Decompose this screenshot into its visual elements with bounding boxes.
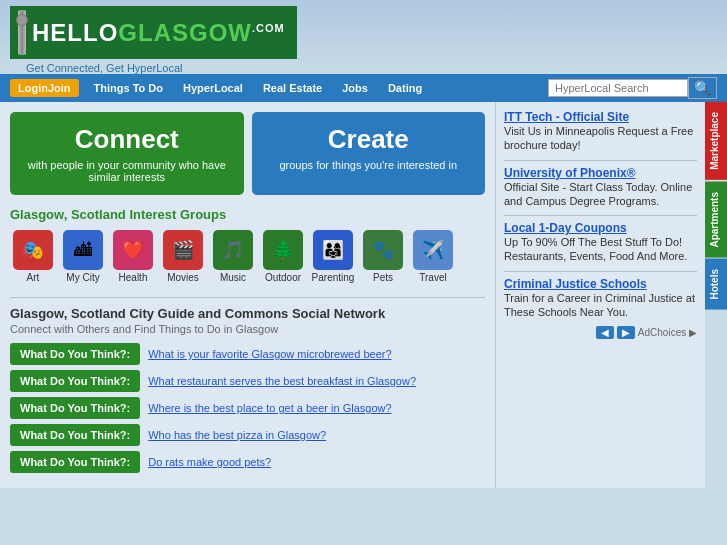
wdyt-label-4[interactable]: What Do You Think?: (10, 451, 140, 473)
logo-box[interactable]: HELLOGLASGOW.COM (10, 6, 297, 59)
create-subtitle: groups for things you're interested in (267, 159, 471, 171)
connect-create-section: Connect with people in your community wh… (10, 112, 485, 195)
search-button[interactable]: 🔍 (688, 77, 717, 99)
groups-row: 🎭 Art 🏙 My City ❤️ Health 🎬 Movies 🎵 Mus… (10, 230, 485, 283)
city-guide-title: Glasgow, Scotland City Guide and Commons… (10, 306, 485, 321)
nav-jobs[interactable]: Jobs (332, 74, 378, 102)
nav-bar: LoginJoin Things To Do HyperLocal Real E… (0, 74, 727, 102)
ad-1-text: Official Site - Start Class Today. Onlin… (504, 180, 697, 209)
group-movies[interactable]: 🎬 Movies (160, 230, 206, 283)
side-tab-apartments[interactable]: Apartments (705, 182, 727, 258)
ad-2: Local 1-Day Coupons Up To 90% Off The Be… (504, 221, 697, 264)
group-music[interactable]: 🎵 Music (210, 230, 256, 283)
ad-0: ITT Tech - Official Site Visit Us in Min… (504, 110, 697, 153)
wdyt-row-1: What Do You Think?: What restaurant serv… (10, 370, 485, 392)
connect-box[interactable]: Connect with people in your community wh… (10, 112, 244, 195)
side-tab-marketplace[interactable]: Marketplace (705, 102, 727, 180)
ad-2-text: Up To 90% Off The Best Stuff To Do! Rest… (504, 235, 697, 264)
tagline: Get Connected, Get HyperLocal (10, 62, 297, 74)
wdyt-label-2[interactable]: What Do You Think?: (10, 397, 140, 419)
wdyt-link-4[interactable]: Do rats make good pets? (148, 456, 271, 468)
city-guide-section: Glasgow, Scotland City Guide and Commons… (10, 297, 485, 473)
connect-title: Connect (25, 124, 229, 155)
side-tabs: Marketplace Apartments Hotels (705, 102, 727, 488)
adchoices-label: AdChoices ▶ (638, 327, 697, 338)
wdyt-link-0[interactable]: What is your favorite Glasgow microbrewe… (148, 348, 391, 360)
city-guide-subtitle: Connect with Others and Find Things to D… (10, 323, 485, 335)
connect-subtitle: with people in your community who have s… (25, 159, 229, 183)
ad-3: Criminal Justice Schools Train for a Car… (504, 277, 697, 320)
login-join-button[interactable]: LoginJoin (10, 79, 79, 97)
wdyt-link-2[interactable]: Where is the best place to get a beer in… (148, 402, 391, 414)
right-sidebar: ITT Tech - Official Site Visit Us in Min… (495, 102, 705, 488)
search-container: 🔍 (548, 77, 717, 99)
wdyt-row-0: What Do You Think?: What is your favorit… (10, 343, 485, 365)
logo-text: HELLOGLASGOW.COM (32, 19, 285, 47)
wdyt-row-4: What Do You Think?: Do rats make good pe… (10, 451, 485, 473)
group-travel[interactable]: ✈️ Travel (410, 230, 456, 283)
group-health[interactable]: ❤️ Health (110, 230, 156, 283)
group-parenting[interactable]: 👨‍👩‍👧 Parenting (310, 230, 356, 283)
group-outdoor[interactable]: 🌲 Outdoor (260, 230, 306, 283)
ad-1-title[interactable]: University of Phoenix® (504, 166, 697, 180)
search-input[interactable] (548, 79, 688, 97)
interest-groups-title: Glasgow, Scotland Interest Groups (10, 207, 485, 222)
ad-3-text: Train for a Career in Criminal Justice a… (504, 291, 697, 320)
ad-3-title[interactable]: Criminal Justice Schools (504, 277, 697, 291)
wdyt-label-3[interactable]: What Do You Think?: (10, 424, 140, 446)
create-box[interactable]: Create groups for things you're interest… (252, 112, 486, 195)
nav-things-to-do[interactable]: Things To Do (84, 74, 173, 102)
nav-dating[interactable]: Dating (378, 74, 432, 102)
wdyt-row-3: What Do You Think?: Who has the best piz… (10, 424, 485, 446)
ad-2-title[interactable]: Local 1-Day Coupons (504, 221, 697, 235)
logo-container: HELLOGLASGOW.COM Get Connected, Get Hype… (10, 6, 297, 74)
ad-0-title[interactable]: ITT Tech - Official Site (504, 110, 697, 124)
adchoices-nav: ◀ ▶ AdChoices ▶ (504, 326, 697, 339)
create-title: Create (267, 124, 471, 155)
ad-1: University of Phoenix® Official Site - S… (504, 166, 697, 209)
ad-prev-button[interactable]: ◀ (596, 326, 614, 339)
wdyt-link-1[interactable]: What restaurant serves the best breakfas… (148, 375, 416, 387)
group-pets[interactable]: 🐾 Pets (360, 230, 406, 283)
ad-next-button[interactable]: ▶ (617, 326, 635, 339)
side-tab-hotels[interactable]: Hotels (705, 259, 727, 310)
wdyt-link-3[interactable]: Who has the best pizza in Glasgow? (148, 429, 326, 441)
wdyt-label-1[interactable]: What Do You Think?: (10, 370, 140, 392)
ad-0-text: Visit Us in Minneapolis Request a Free b… (504, 124, 697, 153)
nav-real-estate[interactable]: Real Estate (253, 74, 332, 102)
group-my-city[interactable]: 🏙 My City (60, 230, 106, 283)
wdyt-label-0[interactable]: What Do You Think?: (10, 343, 140, 365)
wdyt-row-2: What Do You Think?: Where is the best pl… (10, 397, 485, 419)
nav-hyperlocal[interactable]: HyperLocal (173, 74, 253, 102)
group-art[interactable]: 🎭 Art (10, 230, 56, 283)
